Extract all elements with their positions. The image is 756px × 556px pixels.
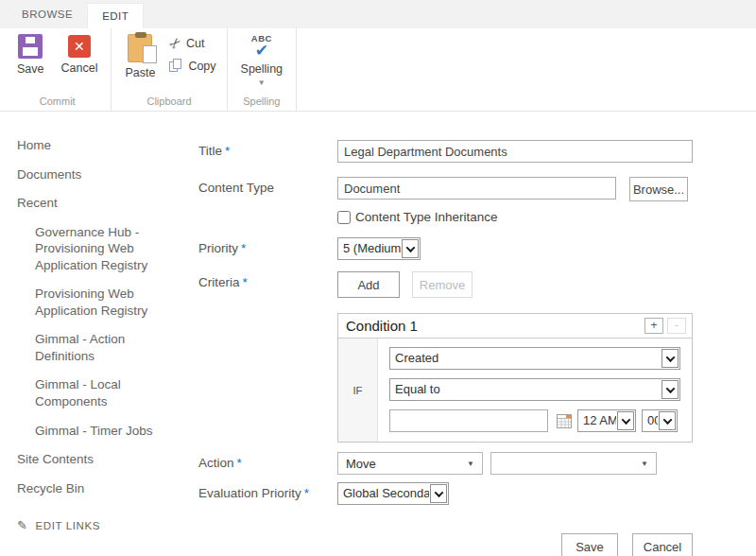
condition-operator-value: Equal to <box>390 379 661 400</box>
cancel-x-icon: ✕ <box>68 35 91 58</box>
tab-browse[interactable]: BROWSE <box>8 0 87 28</box>
select-dropdown-button[interactable] <box>402 239 419 258</box>
save-ribbon-button[interactable]: Save <box>11 30 50 76</box>
clipboard-group-label: Clipboard <box>119 95 218 111</box>
condition-remove-button[interactable]: - <box>667 318 686 334</box>
condition-operator-select[interactable]: Equal to <box>389 378 680 401</box>
form-cancel-button[interactable]: Cancel <box>632 533 693 556</box>
sidebar-item-documents[interactable]: Documents <box>17 166 163 183</box>
copy-pages-icon <box>169 59 183 73</box>
tab-edit[interactable]: EDIT <box>87 3 144 28</box>
action-select[interactable]: Move ▼ <box>337 452 483 475</box>
spelling-label: Spelling <box>241 62 283 76</box>
select-dropdown-button[interactable] <box>659 411 676 430</box>
sidebar-item-recent[interactable]: Recent <box>17 195 163 212</box>
chevron-down-icon: ▼ <box>258 79 266 87</box>
select-dropdown-button[interactable] <box>662 380 679 399</box>
pencil-icon: ✎ <box>17 518 28 532</box>
save-floppy-icon <box>18 34 43 59</box>
priority-select-value: 5 (Medium) <box>338 238 401 259</box>
copy-button[interactable]: Copy <box>166 57 218 75</box>
triangle-down-icon: ▼ <box>467 460 474 468</box>
title-input[interactable] <box>337 140 693 163</box>
condition-field-value: Created <box>390 348 661 369</box>
copy-label: Copy <box>188 60 215 73</box>
ribbon-group-clipboard: Paste ✂ Cut Copy Clipboard <box>112 28 227 111</box>
paste-button[interactable]: Paste <box>119 30 161 79</box>
sidebar-item-gimmal-timer-jobs[interactable]: Gimmal - Timer Jobs <box>35 423 163 440</box>
calendar-picker-icon[interactable] <box>557 414 572 428</box>
content-type-inheritance-checkbox[interactable] <box>337 211 351 224</box>
evaluation-priority-select[interactable]: Global Secondary <box>337 482 449 505</box>
sidebar-item-home[interactable]: Home <box>17 137 163 154</box>
required-asterisk: * <box>241 241 246 255</box>
spelling-button[interactable]: ABC✔ Spelling ▼ <box>235 30 288 87</box>
content-type-field-label: Content Type <box>198 177 337 201</box>
content-type-input[interactable] <box>337 177 616 200</box>
chevron-down-icon <box>662 415 672 425</box>
cancel-ribbon-label: Cancel <box>61 61 98 75</box>
cut-scissors-icon: ✂ <box>166 34 185 53</box>
cut-label: Cut <box>186 37 204 50</box>
condition-date-input[interactable] <box>389 409 548 432</box>
commit-group-label: Commit <box>11 95 103 111</box>
criteria-remove-button[interactable]: Remove <box>412 271 472 298</box>
action-select-value: Move <box>346 457 376 471</box>
condition-field-select[interactable]: Created <box>389 347 680 370</box>
content-type-inheritance-option: Content Type Inheritance <box>337 210 498 224</box>
ribbon: Save ✕ Cancel Commit Paste ✂ Cut <box>0 28 756 112</box>
cancel-ribbon-button[interactable]: ✕ Cancel <box>56 30 104 75</box>
save-ribbon-label: Save <box>17 62 44 76</box>
sidebar-item-governance-hub-provisioning-web-application-registry[interactable]: Governance Hub - Provisioning Web Applic… <box>35 224 163 274</box>
select-dropdown-button[interactable] <box>430 484 447 503</box>
select-dropdown-button[interactable] <box>662 349 679 368</box>
ribbon-group-commit: Save ✕ Cancel Commit <box>4 28 112 111</box>
edit-links-button[interactable]: ✎ EDIT LINKS <box>17 518 198 532</box>
condition-add-button[interactable]: + <box>644 318 663 334</box>
browse-button[interactable]: Browse... <box>629 177 688 201</box>
required-asterisk: * <box>225 144 230 158</box>
sidebar-item-gimmal-local-components[interactable]: Gimmal - Local Components <box>35 376 163 409</box>
priority-select[interactable]: 5 (Medium) <box>337 237 421 260</box>
content-type-inheritance-label: Content Type Inheritance <box>355 210 498 224</box>
paste-label: Paste <box>125 66 155 79</box>
chevron-down-icon <box>405 243 415 252</box>
sidebar-item-gimmal-action-definitions[interactable]: Gimmal - Action Definitions <box>35 331 163 364</box>
condition-minute-value: 00 <box>643 410 658 431</box>
form-footer: Save Cancel <box>337 533 693 556</box>
spelling-abc-check-icon: ABC✔ <box>251 34 272 59</box>
sidebar-item-recycle-bin[interactable]: Recycle Bin <box>17 480 163 497</box>
chevron-down-icon <box>665 384 675 393</box>
cut-button[interactable]: ✂ Cut <box>166 34 218 52</box>
priority-field-label: Priority* <box>198 237 337 260</box>
chevron-down-icon <box>621 415 630 425</box>
form-save-button[interactable]: Save <box>561 533 618 556</box>
action-target-select[interactable]: ▼ <box>490 452 657 475</box>
condition-hour-select[interactable]: 12 AM <box>577 409 636 432</box>
select-dropdown-button[interactable] <box>617 411 634 430</box>
title-field-label: Title* <box>198 140 337 163</box>
criteria-add-button[interactable]: Add <box>337 271 400 298</box>
evaluation-priority-value: Global Secondary <box>338 483 429 504</box>
ribbon-tab-strip: BROWSE EDIT <box>0 0 756 28</box>
sidebar-item-provisioning-web-application-registry[interactable]: Provisioning Web Application Registry <box>35 286 163 319</box>
required-asterisk: * <box>304 486 309 500</box>
action-field-label: Action* <box>198 452 337 475</box>
required-asterisk: * <box>237 456 242 470</box>
sidebar-item-site-contents[interactable]: Site Contents <box>17 451 163 468</box>
condition-panel: Condition 1 + - IF Created Equal <box>337 313 693 443</box>
ribbon-group-spelling: ABC✔ Spelling ▼ Spelling <box>228 28 297 111</box>
left-navigation: Home Documents Recent Governance Hub - P… <box>0 112 198 556</box>
condition-hour-value: 12 AM <box>578 410 616 431</box>
condition-header: Condition 1 + - <box>338 314 692 339</box>
required-asterisk: * <box>243 275 248 289</box>
spelling-group-label: Spelling <box>235 95 288 111</box>
triangle-down-icon: ▼ <box>641 460 648 468</box>
condition-minute-select[interactable]: 00 <box>642 409 678 432</box>
chevron-down-icon <box>434 488 443 497</box>
chevron-down-icon <box>665 353 675 362</box>
evaluation-priority-field-label: Evaluation Priority* <box>198 482 337 505</box>
condition-title: Condition 1 <box>346 318 418 334</box>
edit-form: Title* Content Type Browse... Content Ty… <box>198 112 756 556</box>
edit-links-label: EDIT LINKS <box>36 520 100 531</box>
